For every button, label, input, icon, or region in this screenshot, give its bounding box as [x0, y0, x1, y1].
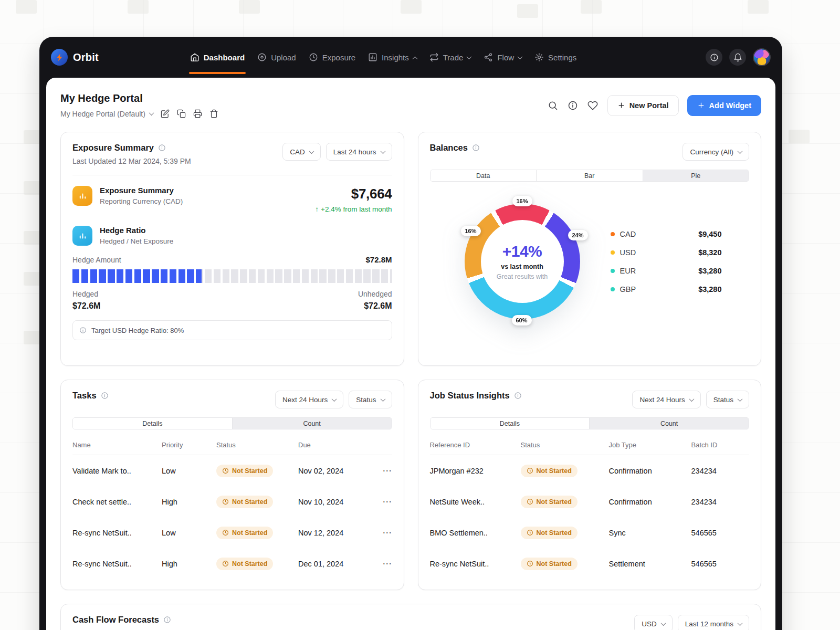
exposure-range-dropdown[interactable]: Last 24 hours: [326, 143, 392, 161]
cashflow-range-dropdown[interactable]: Last 12 months: [678, 615, 749, 630]
card-title: Tasks: [72, 391, 97, 401]
favorite-button[interactable]: [587, 100, 598, 111]
donut-percent-label: 16%: [460, 226, 480, 236]
portal-selector-label: My Hedge Portal (Default): [60, 110, 145, 118]
cashflow-currency-dropdown[interactable]: USD: [634, 615, 673, 630]
clock-icon: [527, 467, 533, 474]
clock-icon: [527, 498, 533, 505]
portal-info-button[interactable]: [568, 100, 578, 111]
nav-label: Insights: [382, 53, 409, 62]
duplicate-portal-button[interactable]: [177, 109, 186, 118]
column-header: Priority: [162, 441, 216, 449]
jobs-status-dropdown[interactable]: Status: [706, 391, 749, 408]
metric-sublabel: Reporting Currency (CAD): [100, 197, 183, 205]
dropdown-value: Currency (All): [690, 148, 733, 156]
tasks-status-dropdown[interactable]: Status: [349, 391, 392, 408]
info-icon[interactable]: [472, 144, 480, 152]
page-header: My Hedge Portal My Hedge Portal (Default…: [60, 92, 761, 118]
brand[interactable]: Orbit: [51, 49, 99, 66]
nav-item-trade[interactable]: Trade: [428, 37, 472, 78]
task-due: Nov 10, 2024: [298, 498, 376, 506]
add-widget-button[interactable]: Add Widget: [687, 95, 761, 116]
delete-portal-button[interactable]: [209, 109, 218, 118]
row-menu-button[interactable]: ⋯: [383, 527, 392, 538]
print-portal-button[interactable]: [193, 109, 202, 118]
tasks-view-tabs: Details Count: [72, 417, 392, 429]
exposure-clock-icon: [309, 52, 318, 62]
hedge-progress-fill: [72, 269, 202, 283]
flow-nodes-icon: [484, 52, 493, 62]
page-title: My Hedge Portal: [60, 92, 218, 104]
task-priority: High: [162, 560, 216, 568]
tab-count[interactable]: Count: [233, 418, 392, 429]
row-menu-button[interactable]: ⋯: [383, 558, 392, 569]
user-avatar[interactable]: [753, 48, 771, 66]
nav-label: Dashboard: [204, 53, 245, 62]
clock-icon: [527, 529, 533, 536]
nav-item-dashboard[interactable]: Dashboard: [189, 37, 246, 78]
tab-bar[interactable]: Bar: [537, 170, 643, 181]
header-actions: New Portal Add Widget: [548, 95, 761, 116]
legend-dot: [611, 232, 615, 236]
hedge-amount-label: Hedge Amount: [72, 256, 121, 264]
task-priority: Low: [162, 467, 216, 475]
nav-item-insights[interactable]: Insights: [367, 37, 418, 78]
portal-selector-dropdown[interactable]: My Hedge Portal (Default): [60, 110, 153, 118]
nav-label: Trade: [443, 53, 464, 62]
donut-percent-label: 60%: [511, 315, 531, 326]
job-batch-id: 234234: [691, 498, 750, 506]
divider: [72, 175, 392, 175]
notifications-button[interactable]: [729, 49, 746, 66]
edit-portal-button[interactable]: [161, 109, 170, 118]
tab-details[interactable]: Details: [73, 418, 233, 429]
target-ratio-text: Target USD Hedge Ratio: 80%: [91, 327, 184, 334]
chevron-up-icon: [412, 56, 417, 61]
chevron-down-icon: [738, 149, 743, 154]
tasks-range-dropdown[interactable]: Next 24 Hours: [275, 391, 343, 408]
heart-icon: [587, 100, 598, 111]
job-reference-id: JPMorgan #232: [430, 467, 521, 475]
legend-item: EUR $3,280: [611, 267, 722, 275]
plus-icon: [617, 101, 625, 109]
info-icon: [710, 53, 719, 62]
new-portal-label: New Portal: [629, 101, 669, 110]
chevron-down-icon: [380, 149, 385, 154]
exposure-delta: ↑ +2.4% from last month: [315, 205, 392, 213]
jobs-table-body: JPMorgan #232 Not Started Confirmation 2…: [430, 455, 750, 579]
bell-icon: [733, 53, 742, 62]
chevron-down-icon: [660, 621, 666, 626]
tab-pie[interactable]: Pie: [643, 170, 749, 181]
jobs-range-dropdown[interactable]: Next 24 Hours: [632, 391, 700, 408]
hedge-ratio-metric: Hedge Ratio Hedged / Net Exposure: [72, 226, 392, 246]
new-portal-button[interactable]: New Portal: [607, 95, 679, 116]
dropdown-value: Last 12 months: [685, 620, 733, 628]
exposure-currency-dropdown[interactable]: CAD: [282, 143, 321, 161]
row-menu-button[interactable]: ⋯: [383, 465, 392, 476]
task-name: Validate Mark to..: [72, 467, 162, 475]
orbit-logo-icon: [51, 49, 68, 66]
clock-icon: [222, 467, 229, 474]
tab-details[interactable]: Details: [430, 418, 590, 429]
job-batch-id: 234234: [691, 467, 750, 475]
nav-item-settings[interactable]: Settings: [533, 37, 578, 78]
search-button[interactable]: [548, 100, 558, 111]
column-header: Status: [216, 441, 298, 449]
tab-count[interactable]: Count: [590, 418, 749, 429]
row-menu-button[interactable]: ⋯: [383, 496, 392, 507]
info-icon[interactable]: [101, 392, 109, 400]
job-batch-id: 546565: [691, 560, 750, 568]
nav-item-flow[interactable]: Flow: [482, 37, 523, 78]
info-icon[interactable]: [163, 616, 171, 624]
balances-currency-dropdown[interactable]: Currency (All): [682, 143, 749, 161]
info-icon[interactable]: [158, 144, 166, 152]
info-icon[interactable]: [514, 392, 522, 400]
tab-data[interactable]: Data: [430, 170, 537, 181]
unhedged-label: Unhedged: [358, 290, 392, 298]
help-info-button[interactable]: [706, 49, 722, 66]
nav-item-upload[interactable]: Upload: [256, 37, 297, 78]
nav-item-exposure[interactable]: Exposure: [308, 37, 356, 78]
top-navigation: Orbit Dashboard Upload Exposure Insights: [39, 37, 782, 78]
donut-center-value: +14%: [502, 243, 542, 260]
column-header: Job Type: [609, 441, 691, 449]
dropdown-value: Next 24 Hours: [282, 396, 328, 404]
